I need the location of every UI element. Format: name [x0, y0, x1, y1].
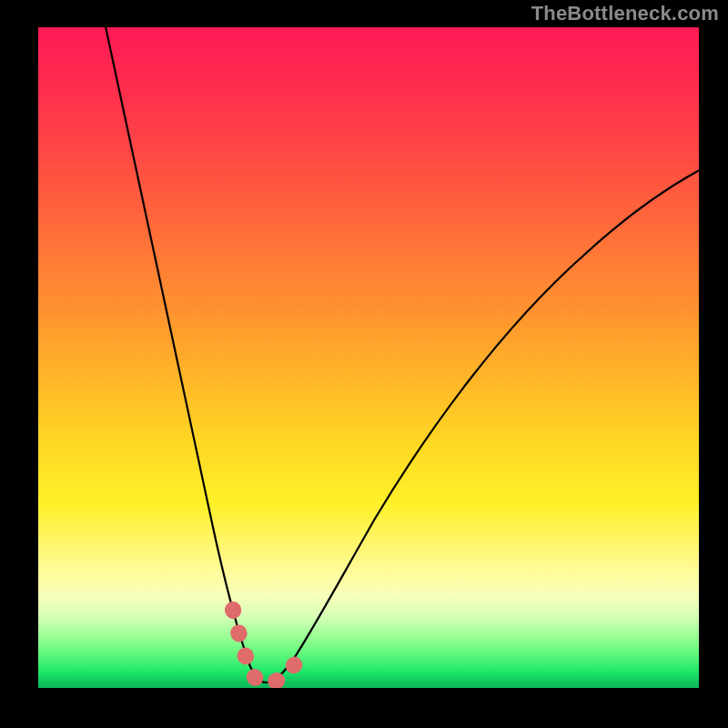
bottleneck-curve-svg — [38, 27, 699, 688]
bottleneck-curve — [104, 27, 699, 682]
watermark-text: TheBottleneck.com — [531, 2, 719, 25]
chart-frame: TheBottleneck.com — [0, 0, 728, 728]
plot-area — [38, 27, 699, 688]
